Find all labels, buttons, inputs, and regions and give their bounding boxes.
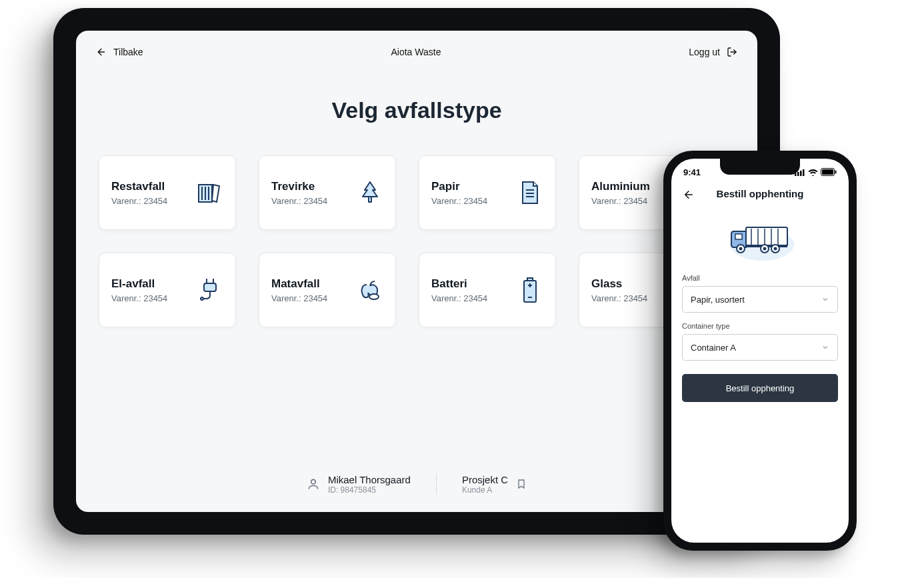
trash-icon [197, 179, 223, 206]
submit-button[interactable]: Bestill opphenting [682, 374, 838, 402]
arrow-left-icon [96, 47, 107, 57]
battery-icon [517, 277, 543, 303]
chevron-down-icon [821, 343, 829, 351]
tablet-screen: Tilbake Aiota Waste Logg ut Velg avfalls… [76, 31, 757, 512]
card-text: Matavfall Varenr.: 23454 [271, 277, 327, 303]
logout-icon [727, 47, 737, 57]
svg-rect-29 [835, 171, 837, 174]
app-title: Aiota Waste [391, 47, 441, 57]
truck-illustration [671, 215, 849, 262]
tablet-footer: Mikael Thorsgaard ID: 98475845 Prosjekt … [96, 473, 737, 499]
waste-card-trevirke[interactable]: Trevirke Varenr.: 23454 [259, 155, 396, 230]
phone-screen: 9:41 Bestill opphenting [671, 159, 849, 543]
card-sub: Varenr.: 23454 [111, 293, 167, 303]
svg-rect-28 [822, 169, 833, 175]
card-text: Batteri Varenr.: 23454 [431, 277, 487, 303]
waste-card-el-avfall[interactable]: El-avfall Varenr.: 23454 [99, 253, 236, 327]
project-customer: Kunde A [462, 485, 508, 495]
card-text: El-avfall Varenr.: 23454 [111, 277, 167, 303]
waste-card-batteri[interactable]: Batteri Varenr.: 23454 [419, 253, 556, 327]
card-title: Restavfall [111, 180, 167, 193]
apple-icon [357, 277, 383, 303]
svg-rect-7 [369, 197, 371, 202]
project-name: Prosjekt C [462, 474, 508, 485]
card-title: El-avfall [111, 277, 167, 291]
user-icon [307, 477, 320, 491]
footer-project-text: Prosjekt C Kunde A [462, 474, 508, 495]
waste-label: Avfall [682, 274, 838, 282]
card-title: Aluminium [591, 180, 650, 193]
page-title: Velg avfallstype [96, 97, 737, 123]
svg-rect-14 [204, 283, 216, 291]
cards-row: El-avfall Varenr.: 23454 Ma [99, 253, 735, 327]
card-text: Aluminium Varenr.: 23454 [591, 180, 650, 206]
card-title: Glass [591, 277, 647, 291]
logout-label: Logg ut [689, 47, 720, 57]
chevron-down-icon [821, 295, 829, 303]
waste-field: Avfall Papir, usortert [682, 274, 838, 313]
svg-point-16 [369, 294, 379, 299]
status-time: 9:41 [683, 167, 701, 177]
container-label: Container type [682, 322, 838, 330]
card-title: Trevirke [271, 180, 327, 193]
card-text: Restavfall Varenr.: 23454 [111, 180, 167, 206]
container-value: Container A [691, 343, 736, 353]
card-title: Papir [431, 180, 487, 193]
container-select[interactable]: Container A [682, 334, 838, 361]
card-text: Papir Varenr.: 23454 [431, 180, 487, 206]
wifi-icon [808, 169, 818, 176]
card-sub: Varenr.: 23454 [591, 196, 650, 206]
tablet-topbar: Tilbake Aiota Waste Logg ut [96, 47, 737, 57]
svg-rect-38 [735, 234, 742, 239]
waste-value: Papir, usortert [691, 295, 745, 305]
card-sub: Varenr.: 23454 [271, 196, 327, 206]
cards-grid: Restavfall Varenr.: 23454 Trevirke [96, 155, 737, 327]
waste-card-restavfall[interactable]: Restavfall Varenr.: 23454 [99, 155, 236, 230]
card-sub: Varenr.: 23454 [591, 293, 647, 303]
svg-point-15 [201, 297, 203, 300]
svg-marker-6 [363, 182, 377, 197]
footer-user-text: Mikael Thorsgaard ID: 98475845 [328, 474, 411, 495]
footer-divider [436, 473, 437, 495]
card-title: Batteri [431, 277, 487, 291]
phone-notch [720, 159, 800, 175]
svg-rect-25 [800, 171, 802, 176]
svg-point-45 [763, 247, 767, 251]
card-sub: Varenr.: 23454 [271, 293, 327, 303]
status-icons [795, 168, 837, 176]
card-sub: Varenr.: 23454 [431, 196, 487, 206]
svg-point-22 [311, 479, 316, 484]
bookmark-icon [516, 478, 527, 490]
waste-card-matavfall[interactable]: Matavfall Varenr.: 23454 [259, 253, 396, 327]
phone-header-title: Bestill opphenting [717, 188, 804, 199]
svg-rect-26 [803, 169, 805, 176]
svg-rect-24 [797, 172, 799, 176]
footer-user: Mikael Thorsgaard ID: 98475845 [307, 474, 411, 495]
user-name: Mikael Thorsgaard [328, 474, 411, 485]
phone-back-button[interactable] [681, 187, 697, 203]
back-label: Tilbake [113, 47, 143, 57]
svg-point-41 [739, 247, 743, 251]
footer-project: Prosjekt C Kunde A [462, 474, 527, 495]
waste-card-papir[interactable]: Papir Varenr.: 23454 [419, 155, 556, 230]
logout-button[interactable]: Logg ut [689, 47, 737, 57]
phone-header: Bestill opphenting [671, 185, 849, 206]
paper-icon [517, 179, 543, 206]
card-text: Glass Varenr.: 23454 [591, 277, 647, 303]
plug-icon [197, 277, 223, 303]
waste-select[interactable]: Papir, usortert [682, 286, 838, 313]
user-id: ID: 98475845 [328, 485, 411, 495]
container-field: Container type Container A [682, 322, 838, 361]
phone-form: Avfall Papir, usortert Container type Co… [671, 274, 849, 402]
battery-icon [821, 168, 837, 176]
svg-point-43 [774, 247, 777, 251]
cards-row: Restavfall Varenr.: 23454 Trevirke [99, 155, 735, 230]
back-button[interactable]: Tilbake [96, 47, 143, 57]
svg-rect-32 [746, 227, 787, 246]
card-title: Matavfall [271, 277, 327, 291]
card-text: Trevirke Varenr.: 23454 [271, 180, 327, 206]
phone-device: 9:41 Bestill opphenting [663, 151, 857, 551]
tree-icon [357, 179, 383, 206]
card-sub: Varenr.: 23454 [111, 196, 167, 206]
card-sub: Varenr.: 23454 [431, 293, 487, 303]
